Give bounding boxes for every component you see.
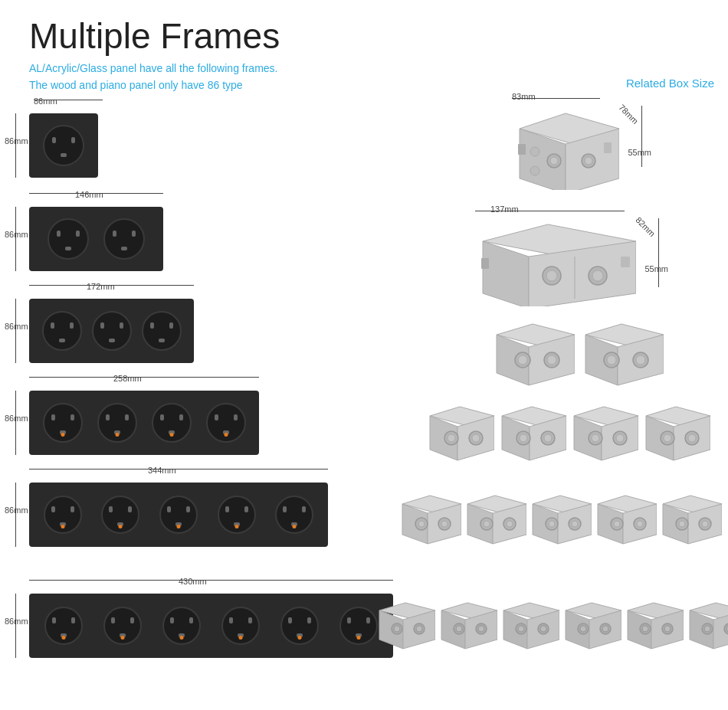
outlet — [97, 403, 137, 443]
outlet — [275, 496, 313, 534]
svg-point-3 — [530, 147, 539, 156]
frame-row-4: 258mm 86mm — [29, 391, 259, 455]
panel-6 — [29, 594, 393, 658]
svg-point-130 — [642, 626, 648, 632]
install-box-svg-5a — [398, 492, 461, 547]
outlet — [159, 496, 198, 534]
svg-rect-20 — [621, 257, 630, 267]
frame-row-5: 344mm 86mm — [29, 483, 328, 547]
svg-point-118 — [540, 626, 546, 632]
svg-point-27 — [547, 355, 556, 365]
outlet — [103, 218, 145, 260]
outlet — [142, 311, 182, 351]
install-box-svg-6e — [624, 599, 684, 651]
outlet — [44, 607, 83, 645]
svg-point-4 — [530, 166, 539, 175]
install-box-svg-6d — [562, 599, 621, 651]
install-box-svg-6b — [438, 599, 497, 651]
svg-point-81 — [549, 521, 555, 527]
install-box-svg-3a — [490, 318, 575, 387]
svg-point-62 — [688, 434, 696, 442]
outlet — [221, 607, 260, 645]
install-box-svg-3b — [579, 318, 664, 387]
svg-rect-10 — [604, 142, 612, 153]
svg-point-41 — [472, 434, 480, 442]
svg-point-39 — [448, 434, 455, 442]
svg-point-116 — [518, 626, 524, 632]
svg-point-48 — [544, 434, 552, 442]
install-box-svg-2 — [475, 218, 636, 306]
svg-point-95 — [679, 521, 685, 527]
frame-row-1: 86mm 86mm — [29, 113, 98, 178]
outlet — [280, 607, 319, 645]
box-group-3 — [490, 318, 664, 387]
box-group-5 — [398, 492, 722, 547]
svg-point-90 — [637, 521, 643, 527]
box-group-1: 83mm 78mm 55mm — [512, 106, 619, 193]
outlet — [44, 496, 82, 534]
panel-4 — [29, 391, 259, 455]
outlet — [43, 125, 84, 166]
outlet — [218, 496, 256, 534]
svg-point-74 — [484, 521, 490, 527]
svg-point-67 — [418, 521, 425, 527]
outlet — [162, 607, 201, 645]
svg-point-6 — [550, 157, 558, 165]
svg-point-137 — [704, 626, 710, 632]
install-box-svg-6c — [500, 599, 559, 651]
outlet — [101, 496, 139, 534]
svg-point-111 — [478, 626, 484, 632]
install-box-svg-5e — [659, 492, 722, 547]
install-box-svg-5d — [594, 492, 657, 547]
frame-row-6: 430mm 86mm — [29, 594, 393, 658]
install-box-svg-1 — [512, 106, 619, 190]
outlet — [48, 218, 89, 260]
box-group-4 — [425, 402, 710, 463]
box-group-6 — [375, 599, 728, 651]
outlet — [206, 403, 246, 443]
frame-row-3: 172mm 86mm — [29, 299, 194, 363]
page-title: Multiple Frames — [29, 15, 280, 57]
svg-marker-12 — [483, 241, 529, 306]
install-box-svg-6a — [375, 599, 435, 651]
install-box-svg-4c — [569, 402, 638, 463]
outlet — [42, 311, 82, 351]
box-group-2: 137mm 82mm 55mm — [475, 218, 636, 309]
svg-point-97 — [702, 521, 708, 527]
svg-point-76 — [507, 521, 513, 527]
install-box-svg-4d — [641, 402, 710, 463]
panel-2 — [29, 207, 163, 271]
subtitle: AL/Acrylic/Glass panel have all the foll… — [29, 60, 277, 94]
panel-5 — [29, 483, 328, 547]
install-box-svg-5c — [529, 492, 592, 547]
outlet — [103, 607, 142, 645]
svg-point-109 — [456, 626, 462, 632]
svg-point-83 — [572, 521, 578, 527]
svg-point-15 — [546, 270, 557, 281]
svg-point-46 — [520, 434, 527, 442]
svg-rect-19 — [481, 258, 489, 269]
outlet — [43, 403, 83, 443]
related-box-label: Related Box Size — [626, 77, 714, 90]
svg-point-32 — [607, 355, 616, 365]
svg-point-104 — [416, 626, 422, 632]
svg-point-123 — [580, 626, 586, 632]
install-box-svg-5b — [464, 492, 526, 547]
svg-point-55 — [616, 434, 624, 442]
outlet — [152, 403, 192, 443]
svg-point-25 — [518, 355, 527, 365]
install-box-svg-4a — [425, 402, 494, 463]
install-box-svg-4b — [497, 402, 566, 463]
svg-point-125 — [602, 626, 608, 632]
svg-point-8 — [585, 157, 592, 165]
svg-point-53 — [592, 434, 599, 442]
outlet — [92, 311, 132, 351]
svg-point-88 — [614, 521, 620, 527]
install-box-svg-6f — [686, 599, 728, 651]
panel-3 — [29, 299, 194, 363]
svg-point-69 — [441, 521, 448, 527]
svg-point-17 — [592, 270, 603, 281]
svg-point-60 — [664, 434, 671, 442]
svg-point-102 — [394, 626, 400, 632]
panel-1 — [29, 113, 98, 178]
